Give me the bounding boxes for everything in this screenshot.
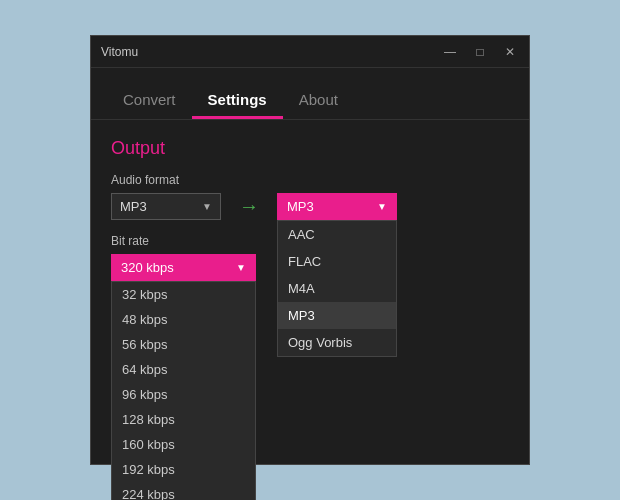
chevron-down-icon: ▼: [202, 201, 212, 212]
option-m4a[interactable]: M4A: [278, 275, 396, 302]
audio-format-value: MP3: [120, 199, 147, 214]
nav-bar: Convert Settings About: [91, 68, 529, 120]
bitrate-48[interactable]: 48 kbps: [112, 307, 255, 332]
content-area: Output Audio format MP3 ▼ → MP3 ▼ AAC: [91, 120, 529, 464]
app-window: Vitomu — □ ✕ Convert Settings About Outp…: [90, 35, 530, 465]
app-title: Vitomu: [101, 45, 138, 59]
option-ogg[interactable]: Ogg Vorbis: [278, 329, 396, 356]
bitrate-160[interactable]: 160 kbps: [112, 432, 255, 457]
option-flac[interactable]: FLAC: [278, 248, 396, 275]
bitrate-selected[interactable]: 320 kbps ▼: [111, 254, 256, 281]
bitrate-128[interactable]: 128 kbps: [112, 407, 255, 432]
bitrate-96[interactable]: 96 kbps: [112, 382, 255, 407]
title-bar: Vitomu — □ ✕: [91, 36, 529, 68]
bitrate-dropdown: 320 kbps ▼ 32 kbps 48 kbps 56 kbps 64 kb…: [111, 254, 256, 281]
audio-format-dropdown-open: MP3 ▼ AAC FLAC M4A MP3: [277, 193, 397, 220]
bitrate-list: 32 kbps 48 kbps 56 kbps 64 kbps 96 kbps …: [111, 281, 256, 500]
audio-format-label: Audio format: [111, 173, 509, 187]
bitrate-56[interactable]: 56 kbps: [112, 332, 255, 357]
option-mp3[interactable]: MP3: [278, 302, 396, 329]
audio-format-dropdown-selected[interactable]: MP3 ▼: [277, 193, 397, 220]
option-aac[interactable]: AAC: [278, 221, 396, 248]
close-button[interactable]: ✕: [501, 45, 519, 59]
chevron-down-icon-open: ▼: [377, 201, 387, 212]
chevron-down-bitrate-icon: ▼: [236, 262, 246, 273]
bitrate-64[interactable]: 64 kbps: [112, 357, 255, 382]
audio-format-dropdown-list: AAC FLAC M4A MP3 Ogg Vorbis: [277, 220, 397, 357]
arrow-icon: →: [239, 195, 259, 218]
nav-settings[interactable]: Settings: [192, 81, 283, 119]
bitrate-32[interactable]: 32 kbps: [112, 282, 255, 307]
section-title: Output: [111, 138, 509, 159]
maximize-button[interactable]: □: [471, 45, 489, 59]
window-controls: — □ ✕: [441, 45, 519, 59]
nav-convert[interactable]: Convert: [107, 81, 192, 119]
minimize-button[interactable]: —: [441, 45, 459, 59]
audio-format-select[interactable]: MP3 ▼: [111, 193, 221, 220]
bitrate-224[interactable]: 224 kbps: [112, 482, 255, 500]
audio-format-row: MP3 ▼ → MP3 ▼ AAC FLAC: [111, 193, 509, 220]
nav-about[interactable]: About: [283, 81, 354, 119]
bitrate-192[interactable]: 192 kbps: [112, 457, 255, 482]
